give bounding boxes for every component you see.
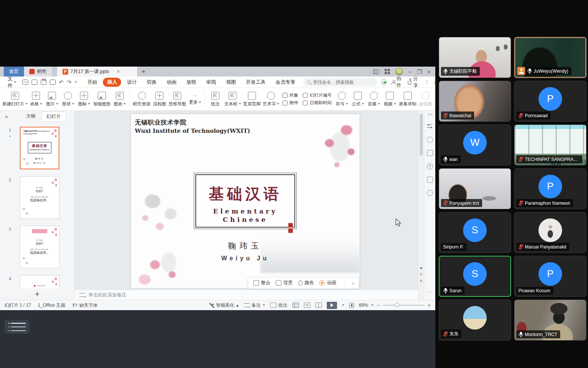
rail-handle-icon[interactable] [427,114,433,115]
slide-thumbnail-2[interactable]: 2 Nǐ hǎo 你好! Wǒ shì jū lǎo shī 我是鞠老师。 [0,176,74,219]
notes-bar[interactable]: 单击此处添加备注 [75,290,418,300]
participant-tile[interactable]: S Siriporn P. [439,212,511,253]
minimize-button[interactable]: − [408,69,412,75]
undo-icon[interactable]: ↶ [59,80,64,85]
print-icon[interactable] [41,80,46,85]
new-tab-button[interactable]: + [142,68,145,75]
close-tab-icon[interactable]: × [117,69,120,75]
background-button[interactable]: 背景 [276,280,293,286]
tab-docer[interactable]: 稻壳 [24,67,52,76]
slide-number-button[interactable]: 幻灯片编号 [303,92,332,98]
menu-item-animation[interactable]: 动画 [162,78,181,87]
participant-tile[interactable]: P Pornsawad [514,81,586,122]
save-icon[interactable] [22,80,28,85]
share-button[interactable]: 分享 [408,76,420,89]
school-name-textbox[interactable]: 无锡职业技术学院 Wuxi Institute of Technology(WX… [135,119,250,134]
theme-name[interactable]: 1_Office 主题 [38,302,65,309]
video-button[interactable]: 视频 [382,91,398,108]
restore-button[interactable]: ❐ [417,69,422,75]
chart-button[interactable]: 图表 [112,91,127,108]
menu-item-member[interactable]: 会员专享 [271,78,299,87]
more-menu-icon[interactable]: ⋮ [424,79,429,85]
new-slide-button[interactable]: 新建幻灯片 [2,91,28,108]
participant-tile[interactable]: 东东 [439,299,511,341]
export-icon[interactable] [32,80,37,85]
menu-item-devtools[interactable]: 开发工具 [241,78,270,87]
command-search[interactable] [303,78,377,86]
participant-tile[interactable]: TECHINPAT SANGPRAJUK [514,124,586,166]
date-time-button[interactable]: 日期和时间 [303,100,332,106]
participant-tile[interactable]: Montonn_TRCT [514,299,586,341]
tab-slides[interactable]: 幻灯片 [42,112,66,122]
more-options-icon[interactable]: ⋮ [342,280,347,286]
zoom-slider[interactable] [383,305,425,306]
zoom-in-button[interactable]: + [428,302,431,308]
screen-record-button[interactable]: 屏幕录制 [398,91,417,108]
tips-icon[interactable] [427,190,433,196]
symbol-button[interactable]: 符号 [334,91,350,108]
beautify-wand-icon[interactable] [427,137,433,143]
tab-list-icon[interactable] [373,69,379,74]
chevron-down-icon[interactable] [75,81,77,83]
object-button[interactable]: 对象 [283,92,298,98]
collapse-panel-icon[interactable]: « [0,113,13,119]
redo-icon[interactable]: ↷ [67,80,72,85]
animation-button[interactable]: 动画 [319,280,336,286]
slide-canvas[interactable]: 无锡职业技术学院 Wuxi Institute of Technology(WX… [75,111,418,290]
slide-1-editing-surface[interactable]: 无锡职业技术学院 Wuxi Institute of Technology(WX… [131,114,360,288]
menu-item-design[interactable]: 设计 [123,78,141,87]
mindmap-button[interactable]: 思维导图 [168,91,187,108]
print-preview-icon[interactable] [50,80,56,85]
participant-tile[interactable]: Panyaporn trct [439,168,511,209]
picture-button[interactable]: 图片 [45,91,60,108]
participant-list-icon[interactable] [5,320,30,334]
menu-item-view[interactable]: 视图 [222,78,240,87]
account-avatar[interactable] [395,68,403,75]
close-window-button[interactable]: × [427,69,431,75]
participant-tile[interactable]: JuWeiyu(Wendy) [514,37,586,78]
slide-thumbnail-3[interactable]: 3 Nǐ hǎo 你好! Wǒ shì jū lǎo shī 我是鞠老师。 [0,226,74,268]
smart-beautify-button[interactable]: 智能美化▴ [209,302,239,309]
expand-right-icon[interactable]: › [352,280,354,286]
fit-slide-icon[interactable] [349,303,354,308]
zoom-out-button[interactable]: − [377,302,380,308]
workspace-grid-icon[interactable] [385,69,390,74]
file-menu[interactable]: 文件 [8,75,16,89]
vertical-scrollbar[interactable]: ⇞ ⇟ [418,111,424,300]
properties-icon[interactable] [427,123,433,129]
notes-toggle-button[interactable]: 备注 [244,302,265,309]
zoom-level[interactable]: 69% [359,303,368,308]
comments-button[interactable]: 批注 [270,302,288,309]
icon-library-button[interactable]: 图标 [77,91,92,108]
slide-sorter-view-button[interactable] [304,303,310,308]
rail-more-icon[interactable]: ··· [427,289,433,295]
menu-item-insert[interactable]: 插入 [103,78,121,87]
collaborate-button[interactable]: 协作 [391,76,403,89]
slides-copy-icon[interactable] [427,150,433,156]
participant-tile[interactable]: P Pirawan Kosum [514,256,586,297]
participant-tile[interactable]: thawatchai [439,81,511,122]
play-slideshow-button[interactable] [327,302,337,309]
hyperlink-button[interactable]: 超链接 [418,91,433,108]
slide-thumbnail-4[interactable]: 4 [0,275,74,288]
menu-item-slideshow[interactable]: 放映 [182,78,200,87]
more-resources-button[interactable]: ···更多 [187,92,203,106]
scroll-down-icon[interactable] [420,268,423,269]
assistant-icon[interactable] [427,177,433,183]
audio-button[interactable]: 音频 [366,91,382,108]
wordart-button[interactable]: 艺术字 [262,91,280,108]
cloud-sync-icon[interactable] [381,79,387,86]
participant-tile-speaking[interactable]: S Sarun [439,256,511,297]
attachment-button[interactable]: 附件 [283,100,298,106]
zoom-slider-knob[interactable] [395,303,399,307]
color-button[interactable]: 颜色 [298,280,314,286]
textbox-button[interactable]: 文本框 [224,91,241,108]
help-icon[interactable]: ? [427,163,433,169]
next-slide-button[interactable]: ⇟ [420,280,423,282]
menu-item-start[interactable]: 开始 [83,78,101,87]
flowchart-button[interactable]: 流程图 [152,91,167,108]
header-footer-button[interactable]: 页眉页脚 [242,91,261,108]
search-input[interactable] [313,80,374,85]
beautify-full-button[interactable]: 整合 [253,280,270,286]
menu-item-transition[interactable]: 切换 [142,78,161,87]
